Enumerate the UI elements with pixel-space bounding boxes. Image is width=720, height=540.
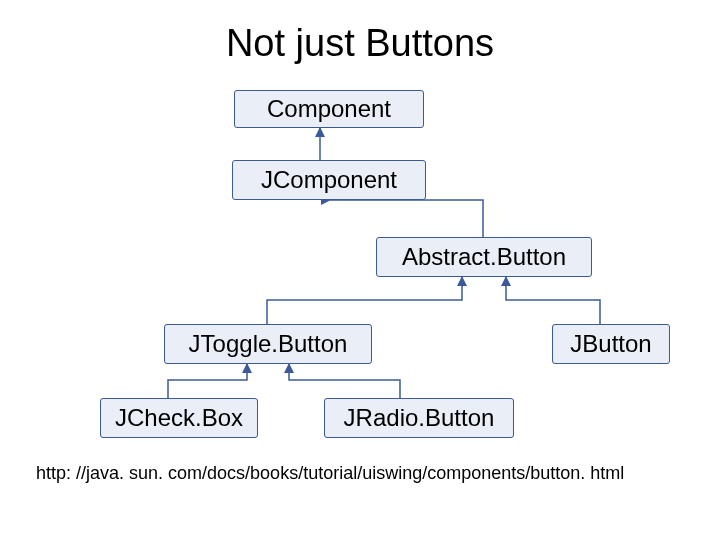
node-label: JButton — [570, 330, 651, 358]
node-jcomponent: JComponent — [232, 160, 426, 200]
node-label: Abstract.Button — [402, 243, 566, 271]
node-jcheckbox: JCheck.Box — [100, 398, 258, 438]
node-label: JComponent — [261, 166, 397, 194]
node-abstractbutton: Abstract.Button — [376, 237, 592, 277]
node-jtogglebutton: JToggle.Button — [164, 324, 372, 364]
node-label: JCheck.Box — [115, 404, 243, 432]
node-label: Component — [267, 95, 391, 123]
page-title: Not just Buttons — [0, 22, 720, 65]
node-component: Component — [234, 90, 424, 128]
node-jradiobutton: JRadio.Button — [324, 398, 514, 438]
node-label: JRadio.Button — [344, 404, 495, 432]
node-label: JToggle.Button — [189, 330, 348, 358]
node-jbutton: JButton — [552, 324, 670, 364]
inheritance-connectors — [0, 0, 720, 540]
reference-url: http: //java. sun. com/docs/books/tutori… — [36, 463, 624, 484]
